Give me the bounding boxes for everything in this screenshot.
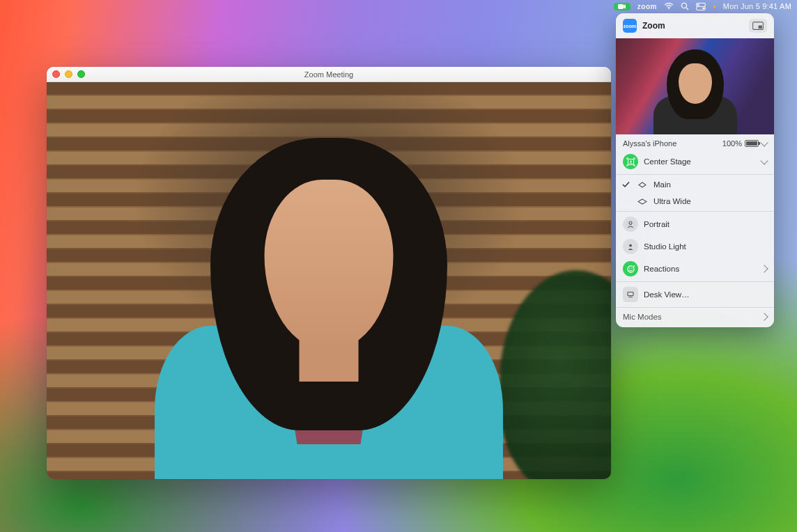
camera-device-row[interactable]: Alyssa's iPhone 100%: [616, 134, 774, 150]
chevron-right-icon: [760, 313, 768, 320]
panel-app-name: Zoom: [642, 21, 665, 31]
svg-rect-20: [628, 292, 633, 296]
portrait-icon: [623, 217, 638, 232]
zoom-app-icon: zoom: [623, 19, 637, 33]
camera-active-indicator[interactable]: [614, 3, 630, 10]
svg-point-7: [702, 7, 704, 9]
wifi-icon[interactable]: [664, 3, 674, 10]
video-camera-icon: [618, 3, 626, 10]
window-titlebar[interactable]: Zoom Meeting: [47, 67, 611, 82]
main-video-feed[interactable]: [47, 82, 611, 479]
svg-point-17: [631, 267, 632, 268]
window-title: Zoom Meeting: [304, 70, 353, 79]
reactions-icon: [623, 261, 638, 276]
desk-view-label: Desk View…: [644, 290, 767, 299]
center-stage-label: Center Stage: [644, 157, 756, 166]
window-minimize-button[interactable]: [65, 70, 72, 78]
camera-preview[interactable]: [616, 38, 774, 134]
svg-point-2: [681, 3, 686, 8]
svg-rect-0: [618, 4, 624, 9]
svg-rect-9: [759, 26, 763, 29]
svg-point-1: [668, 8, 670, 10]
mic-modes-label: Mic Modes: [623, 313, 756, 321]
chevron-right-icon: [760, 265, 768, 272]
window-close-button[interactable]: [52, 70, 60, 78]
main-participant: [148, 117, 510, 479]
divider: [616, 307, 774, 308]
lens-main-label: Main: [653, 180, 767, 189]
svg-line-3: [686, 8, 688, 10]
divider: [616, 211, 774, 212]
svg-point-15: [627, 265, 633, 272]
desk-view-icon: [623, 287, 638, 302]
spotlight-search-icon[interactable]: [681, 2, 689, 10]
lens-diamond-icon: [637, 198, 648, 205]
window-maximize-button[interactable]: [77, 70, 85, 78]
notification-dot-icon: ●: [713, 3, 716, 10]
chevron-down-icon: [760, 139, 768, 146]
desk-view-row[interactable]: Desk View…: [616, 283, 774, 306]
lens-diamond-icon: [637, 182, 648, 188]
pip-layout-button[interactable]: [749, 19, 767, 33]
portrait-label: Portrait: [644, 220, 767, 228]
reactions-row[interactable]: Reactions: [616, 258, 774, 280]
window-traffic-lights: [52, 70, 85, 78]
divider: [616, 281, 774, 282]
reactions-label: Reactions: [644, 265, 756, 273]
center-stage-row[interactable]: Center Stage: [616, 150, 774, 173]
lens-option-main[interactable]: Main: [616, 176, 774, 193]
background-plant: [500, 270, 611, 479]
pip-icon: [752, 22, 764, 30]
video-effects-panel: zoom Zoom Alyssa's iPhone 100%: [616, 13, 774, 327]
lens-ultra-wide-label: Ultra Wide: [653, 197, 767, 205]
camera-device-name: Alyssa's iPhone: [623, 139, 676, 148]
svg-point-12: [629, 221, 632, 224]
zoom-meeting-window: Zoom Meeting: [47, 67, 611, 479]
chevron-down-icon: [760, 157, 768, 164]
center-stage-icon: [623, 154, 638, 169]
self-preview-participant: [647, 44, 744, 134]
macos-menubar: zoom ● Mon Jun 5 9:41 AM: [0, 0, 797, 13]
studio-light-row[interactable]: Studio Light: [616, 235, 774, 258]
portrait-row[interactable]: Portrait: [616, 213, 774, 235]
panel-header: zoom Zoom: [616, 13, 774, 38]
battery-percentage: 100%: [722, 139, 742, 148]
studio-light-label: Studio Light: [644, 242, 767, 251]
svg-point-16: [629, 267, 630, 268]
menubar-datetime[interactable]: Mon Jun 5 9:41 AM: [723, 2, 791, 10]
svg-point-5: [697, 3, 699, 6]
checkmark-icon: [620, 181, 631, 188]
studio-light-icon: [623, 239, 638, 254]
svg-point-11: [630, 160, 631, 162]
battery-icon: [745, 140, 759, 147]
control-center-icon[interactable]: [696, 3, 706, 10]
mic-modes-row[interactable]: Mic Modes: [616, 309, 774, 327]
desktop-wallpaper: zoom ● Mon Jun 5 9:41 AM Zoom: [0, 0, 797, 532]
menubar-active-app[interactable]: zoom: [637, 3, 657, 10]
divider: [616, 174, 774, 175]
svg-point-14: [629, 244, 632, 247]
lens-option-ultra-wide[interactable]: Ultra Wide: [616, 193, 774, 210]
